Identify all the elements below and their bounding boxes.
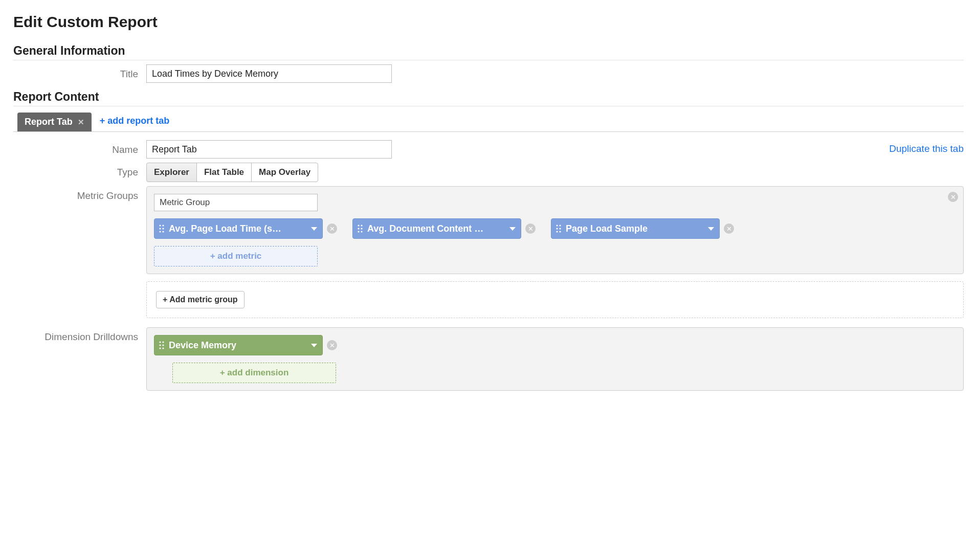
svg-point-3 <box>162 228 164 229</box>
svg-point-2 <box>159 228 161 229</box>
type-map-overlay-button[interactable]: Map Overlay <box>251 163 318 182</box>
type-label: Type <box>13 163 146 178</box>
type-explorer-button[interactable]: Explorer <box>146 163 197 182</box>
svg-point-15 <box>559 228 561 229</box>
dimension-chip[interactable]: Device Memory <box>154 335 323 355</box>
svg-point-6 <box>358 225 359 226</box>
metric-group-box: ✕ Avg. Page Load Time (s… ✕ Avg. Documen… <box>146 186 964 274</box>
svg-point-8 <box>358 228 359 229</box>
svg-point-23 <box>162 347 164 349</box>
report-tab[interactable]: Report Tab ✕ <box>17 113 92 131</box>
svg-point-19 <box>162 341 164 343</box>
add-dimension-button[interactable]: + add dimension <box>172 363 336 383</box>
remove-metric-icon[interactable]: ✕ <box>525 223 536 234</box>
svg-point-17 <box>559 231 561 232</box>
add-metric-group-button[interactable]: + Add metric group <box>156 291 245 308</box>
metric-chip[interactable]: Avg. Page Load Time (s… <box>154 218 323 239</box>
remove-metric-icon[interactable]: ✕ <box>724 223 734 234</box>
dimension-chip-label: Device Memory <box>169 340 307 351</box>
type-segmented-control: Explorer Flat Table Map Overlay <box>146 163 318 182</box>
metric-chip[interactable]: Avg. Document Content … <box>352 218 521 239</box>
svg-point-10 <box>358 231 359 232</box>
svg-point-14 <box>556 228 558 229</box>
title-label: Title <box>13 64 146 80</box>
svg-point-12 <box>556 225 558 226</box>
chevron-down-icon <box>708 227 714 231</box>
title-input[interactable] <box>146 64 392 83</box>
report-tab-label: Report Tab <box>25 117 73 127</box>
close-icon[interactable]: ✕ <box>78 118 84 127</box>
svg-point-22 <box>159 347 161 349</box>
svg-point-13 <box>559 225 561 226</box>
remove-dimension-icon[interactable]: ✕ <box>327 340 337 350</box>
metric-chip[interactable]: Page Load Sample <box>551 218 720 239</box>
metric-group-name-input[interactable] <box>154 194 318 211</box>
svg-point-1 <box>162 225 164 226</box>
add-metric-button[interactable]: + add metric <box>154 246 318 266</box>
metric-groups-label: Metric Groups <box>13 186 146 201</box>
duplicate-tab-link[interactable]: Duplicate this tab <box>889 143 964 154</box>
section-content-title: Report Content <box>13 90 964 106</box>
page-title: Edit Custom Report <box>13 13 964 31</box>
type-flat-table-button[interactable]: Flat Table <box>196 163 252 182</box>
dimension-drilldowns-label: Dimension Drilldowns <box>13 327 146 343</box>
metric-chip-label: Avg. Page Load Time (s… <box>169 223 307 234</box>
name-input[interactable] <box>146 140 392 159</box>
svg-point-9 <box>361 228 362 229</box>
chevron-down-icon <box>509 227 516 231</box>
svg-point-18 <box>159 341 161 343</box>
svg-point-11 <box>361 231 362 232</box>
svg-point-21 <box>162 344 164 346</box>
chevron-down-icon <box>311 227 317 231</box>
section-general-title: General Information <box>13 44 964 60</box>
remove-metric-icon[interactable]: ✕ <box>327 223 337 234</box>
svg-point-16 <box>556 231 558 232</box>
drag-handle-icon[interactable] <box>357 224 363 233</box>
add-metric-group-box: + Add metric group <box>146 281 964 318</box>
drag-handle-icon[interactable] <box>159 341 165 350</box>
name-label: Name <box>13 140 146 155</box>
svg-point-4 <box>159 231 161 232</box>
svg-point-0 <box>159 225 161 226</box>
add-report-tab-link[interactable]: + add report tab <box>92 110 178 131</box>
drag-handle-icon[interactable] <box>556 224 562 233</box>
svg-point-7 <box>361 225 362 226</box>
svg-point-5 <box>162 231 164 232</box>
remove-metric-group-icon[interactable]: ✕ <box>948 192 958 202</box>
metric-chip-label: Avg. Document Content … <box>367 223 505 234</box>
drag-handle-icon[interactable] <box>159 224 165 233</box>
metric-chip-label: Page Load Sample <box>566 223 704 234</box>
chevron-down-icon <box>311 344 317 347</box>
dimension-group-box: Device Memory ✕ + add dimension <box>146 327 964 391</box>
svg-point-20 <box>159 344 161 346</box>
